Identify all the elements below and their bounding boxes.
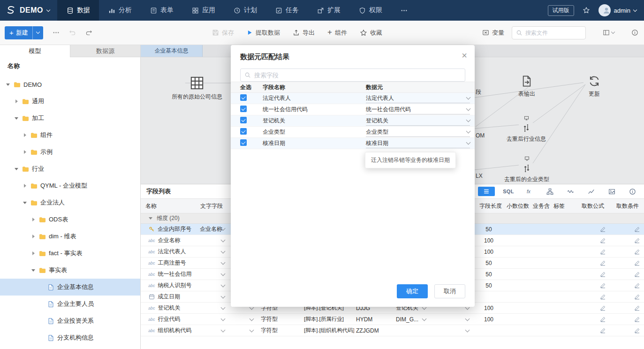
caret-right-icon[interactable]: [30, 218, 37, 221]
row-checkbox[interactable]: [240, 117, 247, 123]
redo-button[interactable]: [85, 29, 92, 36]
nav-item-task[interactable]: 任务: [266, 0, 308, 21]
condition-edit-icon[interactable]: [634, 260, 640, 266]
file-search[interactable]: [512, 26, 586, 39]
text-field-select[interactable]: [198, 280, 229, 291]
nav-item-more[interactable]: [391, 0, 417, 21]
biz-select[interactable]: [450, 314, 475, 325]
caret-down-icon[interactable]: [13, 168, 20, 170]
tree-item[interactable]: 企业主要人员: [0, 296, 140, 312]
field-row[interactable]: abc组织机构代码字符型[脚本].[组织机构代码]ZZJGDM: [141, 325, 644, 336]
formula-edit-icon[interactable]: [600, 237, 606, 243]
text-field-select[interactable]: [198, 325, 229, 336]
canvas-node-source[interactable]: 所有的原始公司信息: [162, 76, 232, 101]
caret-right-icon[interactable]: [22, 133, 28, 137]
condition-edit-icon[interactable]: [634, 294, 640, 300]
pulse-icon[interactable]: [563, 187, 577, 196]
variables-button[interactable]: 变量: [482, 29, 504, 37]
field-row[interactable]: abc行业代码字符型[脚本].[所属行业]HYDMDIM_G...100: [141, 314, 644, 325]
tree-item[interactable]: 企业基本信息: [0, 279, 140, 296]
save-button[interactable]: 保存: [212, 29, 234, 37]
info-icon[interactable]: [625, 187, 639, 196]
data-element-select[interactable]: 核准日期: [366, 139, 470, 148]
text-field-select[interactable]: [198, 258, 229, 268]
data-element-select[interactable]: 企业类型: [366, 128, 470, 137]
add-component-button[interactable]: + 组件: [327, 29, 347, 37]
caret-right-icon[interactable]: [22, 184, 28, 188]
tree-item[interactable]: 行业: [0, 160, 140, 177]
tree-item[interactable]: fact - 事实表: [0, 245, 140, 262]
image-icon[interactable]: [605, 187, 619, 196]
hierarchy-icon[interactable]: [543, 187, 557, 196]
biz-select[interactable]: [450, 325, 475, 336]
modal-search[interactable]: [240, 68, 465, 82]
condition-edit-icon[interactable]: [634, 249, 640, 255]
text-field-select[interactable]: [198, 235, 229, 246]
condition-edit-icon[interactable]: [634, 316, 640, 322]
layout-toggle[interactable]: [603, 29, 614, 36]
favorite-star-icon[interactable]: [583, 7, 590, 14]
canvas-node-table-output[interactable]: 表输出: [502, 75, 552, 98]
caret-right-icon[interactable]: [13, 99, 20, 103]
nav-item-form[interactable]: 表单: [141, 0, 182, 21]
tree-item[interactable]: 示例: [0, 144, 140, 160]
nav-item-shield[interactable]: 权限: [349, 0, 391, 21]
tree-item[interactable]: 分支机构信息: [0, 329, 140, 346]
text-field-select[interactable]: [198, 246, 229, 257]
formula-edit-icon[interactable]: [600, 226, 606, 232]
formula-edit-icon[interactable]: [600, 316, 606, 322]
modal-search-input[interactable]: [254, 72, 461, 79]
tree-item[interactable]: DEMO: [0, 76, 140, 93]
formula-edit-icon[interactable]: [600, 294, 606, 300]
tree-item[interactable]: 组件: [0, 127, 140, 144]
tree-item[interactable]: 企业投资关系: [0, 312, 140, 329]
file-search-input[interactable]: [525, 30, 582, 36]
row-checkbox[interactable]: [240, 106, 247, 112]
caret-right-icon[interactable]: [22, 150, 28, 154]
tree-item[interactable]: QYML - 企业模型: [0, 177, 140, 194]
ok-button[interactable]: 确定: [397, 284, 428, 298]
caret-down-icon[interactable]: [5, 83, 11, 86]
more-actions-button[interactable]: [53, 29, 60, 36]
data-element-select[interactable]: 登记机关: [366, 116, 470, 126]
data-element-select[interactable]: 统一社会信用代码: [366, 105, 470, 114]
tree-item[interactable]: dim - 维表: [0, 228, 140, 245]
new-button[interactable]: + 新建: [5, 26, 43, 39]
data-element-select[interactable]: [229, 314, 258, 325]
formula-edit-icon[interactable]: [600, 271, 606, 277]
caret-right-icon[interactable]: [30, 235, 37, 238]
tree-item[interactable]: 企业法人: [0, 194, 140, 211]
nav-item-database[interactable]: 数据: [57, 0, 99, 21]
list-view-icon[interactable]: [478, 187, 495, 196]
canvas-node-refresh[interactable]: 更新: [569, 75, 619, 98]
condition-edit-icon[interactable]: [634, 237, 640, 243]
caret-right-icon[interactable]: [30, 251, 37, 255]
doc-tab-active[interactable]: 企业基本信息: [141, 45, 203, 57]
formula-edit-icon[interactable]: [600, 249, 606, 255]
formula-edit-icon[interactable]: [600, 260, 606, 266]
formula-edit-icon[interactable]: [600, 305, 606, 311]
user-menu[interactable]: admin: [599, 4, 636, 16]
data-element-select[interactable]: [229, 325, 258, 336]
info-button[interactable]: [631, 29, 638, 36]
condition-edit-icon[interactable]: [634, 282, 640, 288]
new-dropdown[interactable]: [32, 26, 43, 39]
data-element-select[interactable]: 法定代表人: [366, 94, 470, 103]
text-field-select[interactable]: [198, 269, 229, 280]
close-icon[interactable]: ×: [462, 51, 467, 60]
text-field-select[interactable]: [198, 314, 229, 325]
nav-item-apps[interactable]: 应用: [182, 0, 224, 21]
extract-data-button[interactable]: 提取数据: [247, 29, 280, 37]
tree-item[interactable]: 通用: [0, 93, 140, 110]
sql-icon[interactable]: SQL: [501, 187, 515, 196]
nav-item-extension[interactable]: 扩展: [308, 0, 349, 21]
tree-item[interactable]: ODS表: [0, 211, 140, 228]
nav-item-clock[interactable]: 计划: [224, 0, 266, 21]
export-button[interactable]: 导出: [293, 29, 315, 37]
tree-item[interactable]: 事实表: [0, 262, 140, 279]
trend-icon[interactable]: [584, 187, 598, 196]
tab-model[interactable]: 模型: [0, 45, 70, 57]
caret-down-icon[interactable]: [22, 202, 28, 204]
text-field-select[interactable]: [198, 291, 229, 302]
undo-button[interactable]: [69, 29, 76, 36]
